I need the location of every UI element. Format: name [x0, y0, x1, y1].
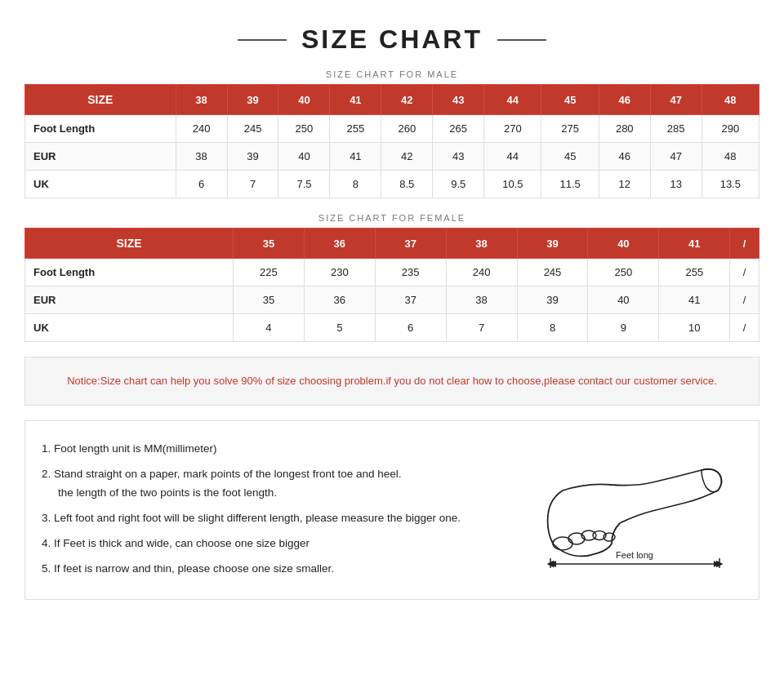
- svg-point-1: [568, 533, 585, 544]
- table-cell: 290: [702, 115, 759, 143]
- table-cell: 8: [517, 314, 588, 342]
- table-cell: 10.5: [484, 171, 541, 198]
- male-table-header-cell: 42: [381, 85, 433, 115]
- table-row: UK45678910/: [25, 314, 760, 342]
- table-cell: 265: [433, 115, 484, 143]
- table-cell: Foot Length: [25, 115, 176, 143]
- list-item: 1. Foot length unit is MM(millimeter): [42, 437, 530, 459]
- female-table-header-cell: /: [730, 229, 760, 259]
- table-cell: 41: [659, 286, 730, 314]
- table-cell: 6: [176, 171, 227, 198]
- table-cell: 225: [233, 259, 304, 286]
- table-row: EUR35363738394041/: [25, 286, 760, 314]
- table-cell: 255: [659, 259, 730, 286]
- table-cell: 12: [599, 171, 650, 198]
- table-cell: 5: [304, 314, 375, 342]
- male-table-header-row: SIZE3839404142434445464748: [25, 85, 760, 115]
- table-row: UK677.588.59.510.511.5121313.5: [25, 171, 760, 198]
- table-cell: 40: [588, 286, 659, 314]
- table-cell: 11.5: [541, 171, 599, 198]
- table-cell: Foot Length: [25, 259, 234, 286]
- male-table-header-cell: 46: [599, 85, 650, 115]
- title-line-right: [497, 39, 546, 41]
- male-table-header-cell: 39: [227, 85, 278, 115]
- table-cell: 41: [330, 143, 381, 171]
- table-cell: 48: [702, 143, 759, 171]
- table-cell: 43: [433, 143, 484, 171]
- table-cell: 7: [446, 314, 517, 342]
- table-cell: 270: [484, 115, 541, 143]
- table-cell: 245: [227, 115, 278, 143]
- svg-line-5: [553, 478, 719, 560]
- size-chart-page: SIZE CHART SIZE CHART FOR MALE SIZE38394…: [0, 0, 784, 624]
- instructions-list: 1. Foot length unit is MM(millimeter)2. …: [42, 437, 530, 583]
- list-item: 3. Left foot and right foot will be slig…: [42, 507, 530, 529]
- male-table-header-cell: 48: [702, 85, 759, 115]
- female-label: SIZE CHART FOR FEMALE: [24, 213, 760, 223]
- table-cell: 275: [541, 115, 599, 143]
- table-cell: 7: [227, 171, 278, 198]
- table-cell: 240: [176, 115, 227, 143]
- female-table-header-cell: 41: [659, 229, 730, 259]
- table-cell: 280: [599, 115, 650, 143]
- table-cell: 38: [446, 286, 517, 314]
- table-row: Foot Length24024525025526026527027528028…: [25, 115, 760, 143]
- male-table-header-cell: 38: [176, 85, 227, 115]
- table-cell: /: [730, 286, 760, 314]
- table-cell: 39: [517, 286, 588, 314]
- notice-text: Notice:Size chart can help you solve 90%…: [45, 372, 739, 390]
- female-table: SIZE35363738394041/ Foot Length225230235…: [24, 228, 760, 342]
- svg-marker-10: [714, 561, 719, 567]
- table-cell: 6: [375, 314, 446, 342]
- table-cell: 42: [381, 143, 433, 171]
- table-cell: 260: [381, 115, 433, 143]
- title-row: SIZE CHART: [24, 24, 760, 55]
- table-cell: EUR: [25, 143, 176, 171]
- table-cell: /: [730, 314, 760, 342]
- table-cell: 8: [330, 171, 381, 198]
- table-cell: 36: [304, 286, 375, 314]
- main-title: SIZE CHART: [301, 24, 483, 55]
- table-cell: 255: [330, 115, 381, 143]
- table-cell: 40: [278, 143, 330, 171]
- table-cell: 8.5: [381, 171, 433, 198]
- table-cell: 4: [233, 314, 304, 342]
- svg-point-0: [553, 537, 572, 550]
- table-cell: 10: [659, 314, 730, 342]
- table-cell: 240: [446, 259, 517, 286]
- table-cell: 245: [517, 259, 588, 286]
- table-cell: 250: [278, 115, 330, 143]
- table-cell: 9.5: [433, 171, 484, 198]
- list-item: the length of the two points is the foot…: [58, 482, 530, 504]
- female-table-header-cell: 40: [588, 229, 659, 259]
- male-table-header-cell: 45: [541, 85, 599, 115]
- table-cell: 13.5: [702, 171, 759, 198]
- table-cell: /: [730, 259, 760, 286]
- list-item: 4. If Feet is thick and wide, can choose…: [42, 532, 530, 554]
- female-table-header-cell: 39: [517, 229, 588, 259]
- table-cell: UK: [25, 314, 234, 342]
- male-table-header-cell: 47: [650, 85, 702, 115]
- feet-long-label: Feet long: [616, 550, 653, 560]
- table-row: EUR3839404142434445464748: [25, 143, 760, 171]
- table-cell: 37: [375, 286, 446, 314]
- table-cell: 285: [650, 115, 702, 143]
- title-line-left: [238, 39, 287, 41]
- female-table-header-row: SIZE35363738394041/: [25, 229, 760, 259]
- table-cell: 45: [541, 143, 599, 171]
- foot-svg: Feet long: [538, 437, 734, 568]
- table-row: Foot Length225230235240245250255/: [25, 259, 760, 286]
- table-cell: 47: [650, 143, 702, 171]
- table-cell: 9: [588, 314, 659, 342]
- table-cell: EUR: [25, 286, 234, 314]
- female-table-wrapper: SIZE CHART FOR FEMALE SIZE35363738394041…: [24, 213, 760, 342]
- table-cell: 13: [650, 171, 702, 198]
- table-cell: 35: [233, 286, 304, 314]
- svg-marker-9: [550, 561, 556, 567]
- male-table-header-cell: 43: [433, 85, 484, 115]
- male-table-header-cell: SIZE: [25, 85, 176, 115]
- instructions-ol: 1. Foot length unit is MM(millimeter)2. …: [42, 437, 530, 579]
- table-cell: 38: [176, 143, 227, 171]
- female-table-header-cell: 35: [233, 229, 304, 259]
- table-cell: 235: [375, 259, 446, 286]
